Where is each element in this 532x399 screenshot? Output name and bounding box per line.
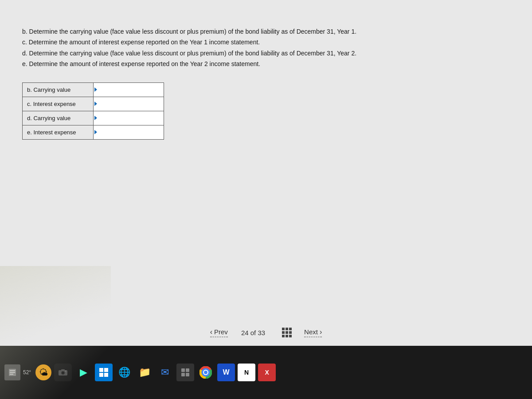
- x-button[interactable]: X: [258, 364, 276, 381]
- row-input-1[interactable]: [93, 97, 164, 111]
- instruction-d: d. Determine the carrying value (face va…: [22, 48, 510, 58]
- temperature-display: 52°: [23, 369, 31, 376]
- svg-point-6: [62, 372, 64, 374]
- file-icon: [8, 368, 17, 377]
- svg-rect-13: [181, 368, 185, 372]
- svg-rect-7: [61, 369, 65, 371]
- answer-table: b. Carrying valuec. Interest expensed. C…: [22, 82, 164, 140]
- svg-rect-15: [181, 373, 185, 376]
- svg-rect-16: [186, 373, 189, 376]
- apps-grid-icon[interactable]: [176, 364, 194, 381]
- svg-rect-9: [99, 368, 103, 372]
- prev-button[interactable]: ‹ Prev: [210, 328, 228, 337]
- current-page: 24: [241, 329, 249, 336]
- arrow-indicator-icon: [94, 102, 97, 106]
- notion-label: N: [244, 369, 249, 376]
- table-row: c. Interest expense: [23, 97, 164, 111]
- folder-icon[interactable]: 📁: [136, 364, 153, 381]
- svg-rect-12: [104, 373, 108, 377]
- svg-rect-11: [99, 373, 103, 377]
- next-chevron-icon: ›: [320, 328, 322, 336]
- weather-icon[interactable]: 🌤: [35, 364, 51, 380]
- word-label: W: [223, 368, 230, 376]
- instructions-block: b. Determine the carrying value (face va…: [22, 27, 510, 69]
- next-label: Next: [304, 328, 318, 336]
- row-input-0[interactable]: [93, 82, 164, 97]
- taskbar: 52° 🌤 ▶ 🌐 📁 ✉: [0, 346, 532, 399]
- camera-icon[interactable]: [54, 364, 72, 381]
- table-row: e. Interest expense: [23, 125, 164, 139]
- navigation-bar: ‹ Prev 24 of 33 Next ›: [0, 319, 532, 346]
- row-label-2: d. Carrying value: [23, 111, 94, 125]
- taskbar-file-icon[interactable]: [4, 364, 20, 380]
- prev-chevron-icon: ‹: [210, 328, 212, 336]
- answer-table-container: b. Carrying valuec. Interest expensed. C…: [22, 82, 510, 140]
- svg-rect-10: [104, 368, 108, 372]
- x-label: X: [265, 369, 269, 376]
- row-label-3: e. Interest expense: [23, 125, 94, 139]
- arrow-indicator-icon: [94, 116, 97, 120]
- windows-start-icon[interactable]: [95, 364, 113, 381]
- svg-point-8: [65, 371, 66, 372]
- notion-icon[interactable]: N: [238, 364, 255, 381]
- arrow-indicator-icon: [94, 87, 97, 92]
- row-input-2[interactable]: [93, 111, 164, 125]
- page-separator: of: [250, 329, 258, 336]
- edge-icon[interactable]: 🌐: [115, 364, 133, 381]
- row-input-3[interactable]: [93, 125, 164, 139]
- svg-point-19: [204, 371, 207, 374]
- table-row: b. Carrying value: [23, 82, 164, 97]
- instruction-b: b. Determine the carrying value (face va…: [22, 27, 510, 36]
- play-icon[interactable]: ▶: [74, 364, 92, 381]
- instruction-c: c. Determine the amount of interest expe…: [22, 37, 510, 47]
- svg-rect-14: [186, 368, 189, 372]
- row-label-1: c. Interest expense: [23, 97, 94, 111]
- chrome-icon[interactable]: [197, 364, 215, 381]
- instruction-e: e. Determine the amount of interest expe…: [22, 59, 510, 69]
- arrow-indicator-icon: [94, 130, 97, 134]
- page-info: 24 of 33: [241, 329, 265, 336]
- mail-icon[interactable]: ✉: [156, 364, 174, 381]
- svg-rect-3: [10, 374, 13, 375]
- grid-icon[interactable]: [282, 328, 292, 337]
- svg-rect-1: [10, 370, 15, 371]
- word-icon[interactable]: W: [217, 364, 235, 381]
- main-content: b. Determine the carrying value (face va…: [0, 0, 532, 346]
- next-button[interactable]: Next ›: [304, 328, 322, 337]
- row-label-0: b. Carrying value: [23, 82, 94, 97]
- total-pages: 33: [258, 329, 265, 336]
- svg-rect-2: [10, 372, 15, 373]
- prev-label: Prev: [214, 328, 228, 336]
- table-row: d. Carrying value: [23, 111, 164, 125]
